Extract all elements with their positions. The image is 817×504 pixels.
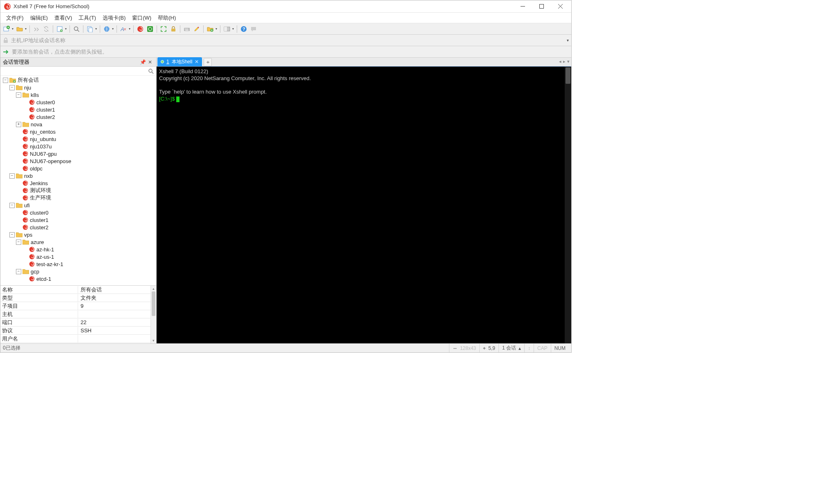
dropdown-icon[interactable]: ▾: [215, 27, 218, 31]
menu-help[interactable]: 帮助(H): [155, 13, 179, 22]
tree-row[interactable]: −gcp: [1, 268, 156, 275]
highlighter-icon[interactable]: [192, 25, 201, 34]
tree-row[interactable]: cluster0: [1, 99, 156, 106]
chat-icon[interactable]: [249, 25, 258, 34]
scroll-up-icon[interactable]: ▴: [151, 286, 156, 291]
search-icon[interactable]: [72, 25, 81, 34]
tree-row[interactable]: test-az-kr-1: [1, 260, 156, 268]
globe-icon[interactable]: [102, 25, 111, 34]
menu-file[interactable]: 文件(F): [3, 13, 27, 22]
tree-row[interactable]: az-us-1: [1, 253, 156, 260]
scroll-down-icon[interactable]: ▾: [151, 338, 156, 343]
status-session-count[interactable]: 1 会话: [502, 345, 516, 352]
tab-menu-icon[interactable]: ▾: [567, 59, 570, 64]
menu-edit[interactable]: 编辑(E): [27, 13, 51, 22]
prop-key: 主机: [0, 311, 78, 318]
tree-row[interactable]: nju_centos: [1, 128, 156, 135]
disconnect-icon[interactable]: [42, 25, 51, 34]
swirl-red-icon[interactable]: [136, 25, 145, 34]
tree-row[interactable]: +nova: [1, 121, 156, 128]
tree-row[interactable]: Jenkins: [1, 179, 156, 187]
tree-row[interactable]: cluster0: [1, 209, 156, 216]
font-icon[interactable]: A: [119, 25, 128, 34]
address-bar[interactable]: 主机,IP地址或会话名称 ▾: [0, 35, 571, 46]
dropdown-icon[interactable]: ▾: [64, 27, 67, 31]
dropdown-icon[interactable]: ▾: [128, 27, 131, 31]
scroll-thumb[interactable]: [566, 67, 570, 84]
menu-window[interactable]: 窗口(W): [129, 13, 155, 22]
tab-next-icon[interactable]: ▸: [563, 59, 566, 64]
session-tree[interactable]: −所有会话−nju−k8scluster0cluster1cluster2+no…: [0, 76, 156, 285]
scroll-thumb[interactable]: [152, 291, 155, 316]
menu-view[interactable]: 查看(V): [51, 13, 75, 22]
address-dropdown-icon[interactable]: ▾: [567, 38, 569, 43]
go-arrow-icon[interactable]: [3, 49, 9, 55]
tree-row[interactable]: cluster1: [1, 106, 156, 113]
tree-row[interactable]: −k8s: [1, 91, 156, 99]
tree-row[interactable]: 生产环境: [1, 194, 156, 202]
copy-icon[interactable]: [85, 25, 94, 34]
keyboard-icon[interactable]: [182, 25, 191, 34]
tab-local-shell[interactable]: 1 本地Shell ✕: [157, 57, 202, 66]
new-session-icon[interactable]: [2, 25, 11, 34]
tree-row[interactable]: cluster2: [1, 113, 156, 121]
status-dot-icon: [161, 60, 164, 63]
tree-row[interactable]: az-hk-1: [1, 246, 156, 253]
reconnect-icon[interactable]: [32, 25, 41, 34]
tab-close-icon[interactable]: ✕: [195, 59, 199, 65]
sessions-dropdown-icon[interactable]: ▴: [518, 345, 521, 351]
tree-row[interactable]: −ufi: [1, 202, 156, 209]
dropdown-icon[interactable]: ▾: [24, 27, 27, 31]
tree-twisty-icon[interactable]: −: [9, 232, 15, 237]
layout-icon[interactable]: [222, 25, 231, 34]
tree-twisty-icon[interactable]: −: [9, 85, 15, 90]
tree-twisty-icon[interactable]: −: [9, 173, 15, 179]
props-scrollbar[interactable]: ▴ ▾: [150, 286, 156, 343]
tab-add-button[interactable]: ＋: [204, 58, 212, 66]
minimize-button[interactable]: [513, 0, 532, 13]
tree-row[interactable]: NJU67-openpose: [1, 157, 156, 165]
tree-row[interactable]: −azure: [1, 238, 156, 246]
tree-twisty-icon[interactable]: −: [16, 92, 21, 98]
tree-row[interactable]: −所有会话: [1, 76, 156, 84]
dropdown-icon[interactable]: ▾: [111, 27, 114, 31]
open-folder-icon[interactable]: [15, 25, 24, 34]
filter-search-icon[interactable]: [148, 68, 154, 74]
lock-icon[interactable]: [169, 25, 178, 34]
tree-row[interactable]: cluster1: [1, 216, 156, 224]
tree-row[interactable]: oldpc: [1, 165, 156, 172]
tree-twisty-icon[interactable]: −: [16, 240, 21, 245]
terminal-scrollbar[interactable]: [565, 67, 571, 343]
panel-close-icon[interactable]: ✕: [146, 59, 154, 65]
close-button[interactable]: [551, 0, 570, 13]
tree-label: az-hk-1: [36, 246, 54, 253]
menu-tab[interactable]: 选项卡(B): [99, 13, 129, 22]
tree-row[interactable]: nju_ubuntu: [1, 135, 156, 143]
dropdown-icon[interactable]: ▾: [231, 27, 235, 31]
menu-tools[interactable]: 工具(T): [75, 13, 99, 22]
dropdown-icon[interactable]: ▾: [94, 27, 98, 31]
tab-prev-icon[interactable]: ◂: [559, 59, 561, 64]
add-folder-icon[interactable]: [206, 25, 215, 34]
tree-row[interactable]: NJU67-gpu: [1, 150, 156, 157]
tree-row[interactable]: −nxb: [1, 172, 156, 179]
tree-twisty-icon[interactable]: −: [3, 78, 8, 83]
maximize-button[interactable]: [532, 0, 551, 13]
tree-row[interactable]: cluster2: [1, 224, 156, 231]
green-square-icon[interactable]: [146, 25, 155, 34]
tree-row[interactable]: etcd-1: [1, 275, 156, 282]
dropdown-icon[interactable]: ▾: [11, 27, 14, 31]
tree-twisty-icon[interactable]: −: [9, 203, 15, 208]
properties-grid: 名称所有会话类型文件夹子项目9主机端口22协议SSH用户名 ▴ ▾: [0, 285, 156, 343]
tree-twisty-icon[interactable]: +: [16, 122, 21, 127]
properties-icon[interactable]: [55, 25, 64, 34]
tree-row[interactable]: nju1037u: [1, 143, 156, 150]
tree-row[interactable]: −nju: [1, 84, 156, 91]
help-icon[interactable]: ?: [239, 25, 248, 34]
tree-twisty-icon[interactable]: −: [16, 269, 21, 274]
pin-icon[interactable]: 📌: [139, 59, 146, 65]
fullscreen-icon[interactable]: [159, 25, 168, 34]
tree-row[interactable]: −vps: [1, 231, 156, 238]
terminal[interactable]: Xshell 7 (Build 0122) Copyright (c) 2020…: [157, 67, 571, 343]
tree-row[interactable]: 测试环境: [1, 187, 156, 194]
